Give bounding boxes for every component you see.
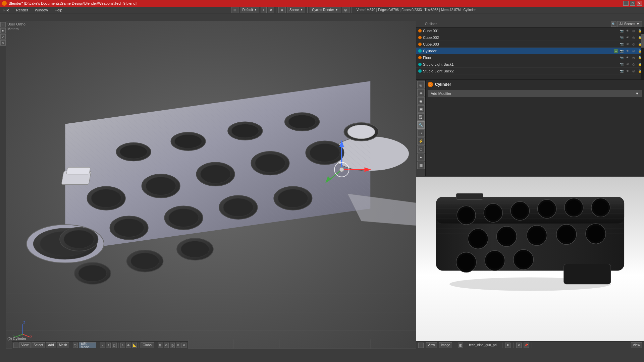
render-props-btn[interactable]: ◎ [417,81,425,88]
add-btn[interactable]: Add [46,342,56,348]
view-btn[interactable]: View [19,342,31,348]
translate-tool-btn[interactable]: ↕ [0,22,6,27]
objectdata-props-btn[interactable]: ⬡ [417,145,425,153]
image-viewer-display-icon[interactable]: ◧ [458,343,463,348]
select-btn[interactable]: Select [32,342,45,348]
cube003-eye-icon[interactable]: 👁 [625,42,630,47]
3d-viewport[interactable]: User Ortho Meters Z X Y ☰ View Select Ad… [6,21,416,349]
cube002-camera-icon[interactable]: 📷 [619,35,624,40]
menu-render[interactable]: Render [13,7,32,13]
outliner-item-cube001[interactable]: Cube.001 📷 👁 ◎ 🔒 [416,27,644,34]
image-pin-btn[interactable]: 📌 [524,343,529,348]
menu-file[interactable]: File [0,7,13,13]
minimize-button[interactable]: _ [623,1,629,6]
add-screen-btn[interactable]: + [261,7,267,13]
constraints-props-btn[interactable]: ⛓ [417,113,425,121]
outliner-scroll-thumb[interactable] [641,34,644,48]
global-btn[interactable]: Global [141,342,154,348]
viewport-layout-icon[interactable]: ⊞ [231,7,238,13]
menu-window[interactable]: Window [32,7,51,13]
object-props-btn[interactable]: ▣ [417,105,425,113]
material-props-btn[interactable]: ● [417,154,425,161]
studiolight1-render-icon[interactable]: ◎ [631,62,636,67]
cylinder-eye-icon[interactable]: 👁 [625,49,630,53]
maximize-button[interactable]: □ [630,1,635,6]
close-button[interactable]: ✕ [637,1,642,6]
world-props-btn[interactable]: ◉ [417,97,425,105]
outliner-item-studiolight1[interactable]: Studio Light Back1 📷 👁 ◎ 🔒 [416,61,644,68]
floor-render-icon[interactable]: ◎ [631,55,636,60]
texture-props-btn[interactable]: ▦ [417,162,425,169]
cube003-camera-icon[interactable]: 📷 [619,42,624,47]
mesh-btn[interactable]: Mesh [57,342,69,348]
face-select-btn[interactable]: ◻ [112,343,117,348]
outliner-icon[interactable]: ☰ [418,21,424,27]
scale-tool-btn[interactable]: ⤢ [0,34,6,40]
outliner-item-cylinder[interactable]: Cylinder ⬡ 📷 👁 ◎ 🔒 [416,48,644,54]
scene-icon-btn[interactable]: ◈ [278,7,286,13]
scene-dropdown[interactable]: Scene ▼ [287,7,305,13]
particles-props-btn[interactable]: ∷ [417,129,425,137]
cube002-eye-icon[interactable]: 👁 [625,35,630,40]
cube003-render-icon[interactable]: ◎ [631,42,636,47]
ruler-btn[interactable]: 📐 [132,343,137,348]
properties-object-name: Cylinder [435,82,451,87]
cylinder-camera-icon[interactable]: 📷 [619,49,624,53]
render-icon-btn[interactable]: ◎ [342,7,350,13]
mirror-btn[interactable]: ⊞ [158,343,163,348]
cylinder-render-icon[interactable]: ◎ [631,49,636,53]
mode-icon[interactable]: ⬡ [73,343,78,348]
physics-props-btn[interactable]: ⚡ [417,137,425,145]
outliner-item-cube002[interactable]: Cube.002 📷 👁 ◎ 🔒 [416,34,644,41]
floor-eye-icon[interactable]: 👁 [625,55,630,60]
all-scenes-dropdown[interactable]: All Scenes ▼ [617,21,642,27]
layout-dropdown[interactable]: Default ▼ [240,7,259,13]
outliner-scrollbar[interactable] [641,27,644,79]
image-view-btn[interactable]: View [426,342,437,348]
floor-camera-icon[interactable]: 📷 [619,55,624,60]
studiolight2-label: Studio Light Back2 [423,69,618,73]
vertex-select-btn[interactable]: · [100,343,105,348]
snap-to-btn[interactable]: ⊗ [176,343,181,348]
outliner-item-cube003[interactable]: Cube.003 📷 👁 ◎ 🔒 [416,41,644,48]
studiolight2-eye-icon[interactable]: 👁 [625,69,630,73]
outliner-item-studiolight2[interactable]: Studio Light Back2 📷 👁 ◎ 🔒 [416,68,644,74]
scene-props-btn[interactable]: ◈ [417,89,425,97]
cube001-render-icon[interactable]: ◎ [631,28,636,33]
outliner-filter-btn[interactable]: 🔍 [611,21,616,27]
studiolight1-camera-icon[interactable]: 📷 [619,62,624,67]
view-menu-icon[interactable]: ☰ [13,343,18,348]
snapping-btn[interactable]: ⊙ [164,343,169,348]
edit-mode-btn[interactable]: Edit Mode [79,342,96,348]
remove-screen-btn[interactable]: ✕ [268,7,274,13]
divider-3 [352,7,352,13]
image-viewer-menu-icon[interactable]: ☰ [418,343,424,348]
rotate-tool-btn[interactable]: ↻ [0,28,6,34]
image-close-btn[interactable]: ✕ [516,343,522,348]
image-viewer-view2-btn[interactable]: View [631,342,642,348]
image-image-btn[interactable]: Image [439,342,452,348]
proportional-btn[interactable]: ◎ [170,343,175,348]
edge-select-btn[interactable]: ⌇ [106,343,111,348]
image-fit-btn[interactable]: F [505,343,511,348]
studiolight1-eye-icon[interactable]: 👁 [625,62,630,67]
modifier-props-btn[interactable]: 🔧 [417,121,425,129]
svg-point-53 [78,265,107,282]
image-viewer-statusbar: ☰ View Image ◧ tech_nine_gun_pri... F ✕ … [416,341,644,349]
pivot-btn[interactable]: ⊕ [181,343,186,348]
cursor-tool-btn[interactable]: ↖ [120,343,125,348]
cube001-eye-icon[interactable]: 👁 [625,28,630,33]
cube002-render-icon[interactable]: ◎ [631,35,636,40]
outliner-item-floor[interactable]: Floor 📷 👁 ◎ 🔒 [416,54,644,61]
studiolight2-camera-icon[interactable]: 📷 [619,69,624,73]
studiolight2-render-icon[interactable]: ◎ [631,69,636,73]
svg-rect-59 [66,167,90,174]
menu-help[interactable]: Help [51,7,66,13]
grab-tool-btn[interactable]: ⊕ [126,343,131,348]
add-modifier-button[interactable]: Add Modifier ▼ [428,90,642,97]
svg-point-43 [64,230,94,248]
render-engine-dropdown[interactable]: Cycles Render ▼ [310,7,340,13]
cube001-camera-icon[interactable]: 📷 [619,28,624,33]
main-area: ↕ ↻ ⤢ ⊕ [0,21,644,349]
transform-tool-btn[interactable]: ⊕ [0,40,6,46]
